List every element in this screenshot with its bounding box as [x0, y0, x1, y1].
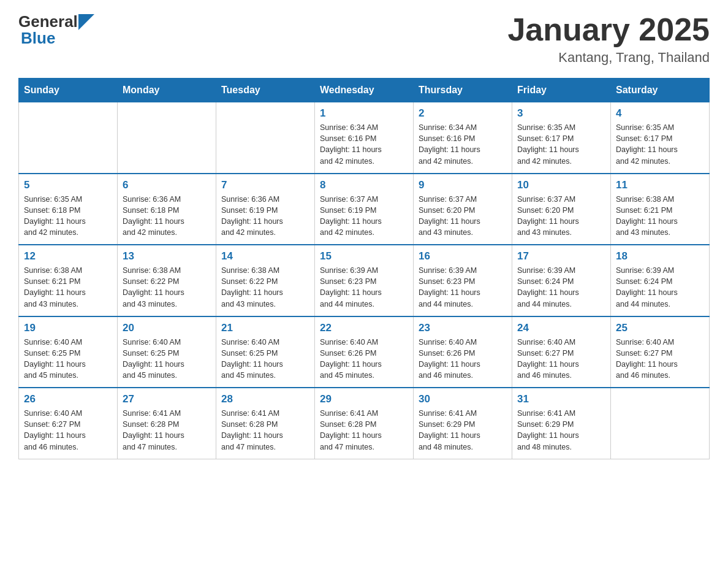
logo-arrow-icon [78, 14, 94, 30]
day-info: Sunrise: 6:41 AM Sunset: 6:28 PM Dayligh… [123, 408, 211, 453]
calendar-cell: 13Sunrise: 6:38 AM Sunset: 6:22 PM Dayli… [118, 245, 216, 316]
day-number: 19 [24, 322, 112, 334]
day-info: Sunrise: 6:37 AM Sunset: 6:19 PM Dayligh… [320, 194, 408, 239]
day-info: Sunrise: 6:38 AM Sunset: 6:21 PM Dayligh… [24, 265, 112, 310]
day-info: Sunrise: 6:38 AM Sunset: 6:22 PM Dayligh… [221, 265, 309, 310]
day-info: Sunrise: 6:40 AM Sunset: 6:25 PM Dayligh… [221, 337, 309, 381]
day-number: 7 [221, 179, 309, 191]
calendar-cell: 15Sunrise: 6:39 AM Sunset: 6:23 PM Dayli… [315, 245, 414, 316]
day-info: Sunrise: 6:38 AM Sunset: 6:22 PM Dayligh… [123, 265, 211, 310]
day-info: Sunrise: 6:35 AM Sunset: 6:17 PM Dayligh… [517, 122, 605, 167]
calendar-cell: 21Sunrise: 6:40 AM Sunset: 6:25 PM Dayli… [216, 316, 315, 388]
day-number: 16 [419, 250, 507, 262]
day-number: 4 [616, 107, 704, 120]
day-info: Sunrise: 6:40 AM Sunset: 6:27 PM Dayligh… [24, 408, 112, 453]
day-number: 27 [123, 393, 211, 405]
calendar-cell: 9Sunrise: 6:37 AM Sunset: 6:20 PM Daylig… [414, 174, 512, 245]
day-number: 18 [616, 250, 704, 262]
calendar-cell: 6Sunrise: 6:36 AM Sunset: 6:18 PM Daylig… [118, 174, 216, 245]
calendar-cell: 4Sunrise: 6:35 AM Sunset: 6:17 PM Daylig… [611, 102, 710, 174]
weekday-header-thursday: Thursday [414, 79, 512, 102]
calendar-cell: 12Sunrise: 6:38 AM Sunset: 6:21 PM Dayli… [19, 245, 118, 316]
day-info: Sunrise: 6:37 AM Sunset: 6:20 PM Dayligh… [419, 194, 507, 239]
day-info: Sunrise: 6:39 AM Sunset: 6:24 PM Dayligh… [517, 265, 605, 310]
day-info: Sunrise: 6:40 AM Sunset: 6:25 PM Dayligh… [123, 337, 211, 381]
day-info: Sunrise: 6:36 AM Sunset: 6:19 PM Dayligh… [221, 194, 309, 239]
calendar-cell: 2Sunrise: 6:34 AM Sunset: 6:16 PM Daylig… [414, 102, 512, 174]
day-info: Sunrise: 6:34 AM Sunset: 6:16 PM Dayligh… [419, 122, 507, 167]
week-row-2: 5Sunrise: 6:35 AM Sunset: 6:18 PM Daylig… [19, 174, 710, 245]
day-info: Sunrise: 6:36 AM Sunset: 6:18 PM Dayligh… [123, 194, 211, 239]
day-number: 28 [221, 393, 309, 405]
week-row-5: 26Sunrise: 6:40 AM Sunset: 6:27 PM Dayli… [19, 388, 710, 459]
calendar-cell: 18Sunrise: 6:39 AM Sunset: 6:24 PM Dayli… [611, 245, 710, 316]
day-info: Sunrise: 6:40 AM Sunset: 6:27 PM Dayligh… [616, 337, 704, 381]
day-info: Sunrise: 6:39 AM Sunset: 6:24 PM Dayligh… [616, 265, 704, 310]
calendar-cell: 29Sunrise: 6:41 AM Sunset: 6:28 PM Dayli… [315, 388, 414, 459]
day-number: 13 [123, 250, 211, 262]
day-number: 31 [517, 393, 605, 405]
day-info: Sunrise: 6:41 AM Sunset: 6:29 PM Dayligh… [517, 408, 605, 453]
month-title: January 2025 [507, 12, 710, 47]
calendar-cell: 14Sunrise: 6:38 AM Sunset: 6:22 PM Dayli… [216, 245, 315, 316]
calendar-cell [611, 388, 710, 459]
day-number: 21 [221, 322, 309, 334]
day-number: 3 [517, 107, 605, 120]
calendar-cell: 26Sunrise: 6:40 AM Sunset: 6:27 PM Dayli… [19, 388, 118, 459]
calendar-cell: 16Sunrise: 6:39 AM Sunset: 6:23 PM Dayli… [414, 245, 512, 316]
calendar-cell: 23Sunrise: 6:40 AM Sunset: 6:26 PM Dayli… [414, 316, 512, 388]
day-info: Sunrise: 6:35 AM Sunset: 6:18 PM Dayligh… [24, 194, 112, 239]
day-info: Sunrise: 6:41 AM Sunset: 6:28 PM Dayligh… [320, 408, 408, 453]
day-info: Sunrise: 6:41 AM Sunset: 6:28 PM Dayligh… [221, 408, 309, 453]
week-row-3: 12Sunrise: 6:38 AM Sunset: 6:21 PM Dayli… [19, 245, 710, 316]
title-block: January 2025 Kantang, Trang, Thailand [507, 12, 710, 66]
day-number: 22 [320, 322, 408, 334]
weekday-header-friday: Friday [512, 79, 611, 102]
calendar-cell: 19Sunrise: 6:40 AM Sunset: 6:25 PM Dayli… [19, 316, 118, 388]
day-info: Sunrise: 6:40 AM Sunset: 6:26 PM Dayligh… [320, 337, 408, 381]
calendar-cell: 22Sunrise: 6:40 AM Sunset: 6:26 PM Dayli… [315, 316, 414, 388]
calendar-cell: 31Sunrise: 6:41 AM Sunset: 6:29 PM Dayli… [512, 388, 611, 459]
calendar-cell: 10Sunrise: 6:37 AM Sunset: 6:20 PM Dayli… [512, 174, 611, 245]
calendar-cell: 11Sunrise: 6:38 AM Sunset: 6:21 PM Dayli… [611, 174, 710, 245]
day-info: Sunrise: 6:41 AM Sunset: 6:29 PM Dayligh… [419, 408, 507, 453]
calendar-cell [118, 102, 216, 174]
day-number: 5 [24, 179, 112, 191]
day-info: Sunrise: 6:37 AM Sunset: 6:20 PM Dayligh… [517, 194, 605, 239]
day-info: Sunrise: 6:39 AM Sunset: 6:23 PM Dayligh… [320, 265, 408, 310]
weekday-header-row: SundayMondayTuesdayWednesdayThursdayFrid… [19, 79, 710, 102]
calendar-cell: 25Sunrise: 6:40 AM Sunset: 6:27 PM Dayli… [611, 316, 710, 388]
day-number: 20 [123, 322, 211, 334]
day-number: 10 [517, 179, 605, 191]
day-info: Sunrise: 6:39 AM Sunset: 6:23 PM Dayligh… [419, 265, 507, 310]
calendar-cell: 27Sunrise: 6:41 AM Sunset: 6:28 PM Dayli… [118, 388, 216, 459]
day-number: 23 [419, 322, 507, 334]
day-info: Sunrise: 6:35 AM Sunset: 6:17 PM Dayligh… [616, 122, 704, 167]
calendar-cell: 8Sunrise: 6:37 AM Sunset: 6:19 PM Daylig… [315, 174, 414, 245]
day-number: 6 [123, 179, 211, 191]
day-number: 25 [616, 322, 704, 334]
calendar-cell: 28Sunrise: 6:41 AM Sunset: 6:28 PM Dayli… [216, 388, 315, 459]
calendar-cell: 3Sunrise: 6:35 AM Sunset: 6:17 PM Daylig… [512, 102, 611, 174]
day-info: Sunrise: 6:34 AM Sunset: 6:16 PM Dayligh… [320, 122, 408, 167]
weekday-header-tuesday: Tuesday [216, 79, 315, 102]
day-number: 15 [320, 250, 408, 262]
day-number: 8 [320, 179, 408, 191]
logo: General Blue [18, 12, 94, 48]
week-row-1: 1Sunrise: 6:34 AM Sunset: 6:16 PM Daylig… [19, 102, 710, 174]
day-info: Sunrise: 6:40 AM Sunset: 6:27 PM Dayligh… [517, 337, 605, 381]
day-number: 11 [616, 179, 704, 191]
day-number: 26 [24, 393, 112, 405]
day-number: 9 [419, 179, 507, 191]
day-number: 2 [419, 107, 507, 120]
calendar-cell: 20Sunrise: 6:40 AM Sunset: 6:25 PM Dayli… [118, 316, 216, 388]
day-number: 17 [517, 250, 605, 262]
calendar-table: SundayMondayTuesdayWednesdayThursdayFrid… [18, 78, 710, 459]
calendar-cell: 24Sunrise: 6:40 AM Sunset: 6:27 PM Dayli… [512, 316, 611, 388]
day-number: 30 [419, 393, 507, 405]
calendar-cell: 1Sunrise: 6:34 AM Sunset: 6:16 PM Daylig… [315, 102, 414, 174]
weekday-header-wednesday: Wednesday [315, 79, 414, 102]
calendar-cell: 30Sunrise: 6:41 AM Sunset: 6:29 PM Dayli… [414, 388, 512, 459]
day-number: 24 [517, 322, 605, 334]
day-info: Sunrise: 6:40 AM Sunset: 6:26 PM Dayligh… [419, 337, 507, 381]
